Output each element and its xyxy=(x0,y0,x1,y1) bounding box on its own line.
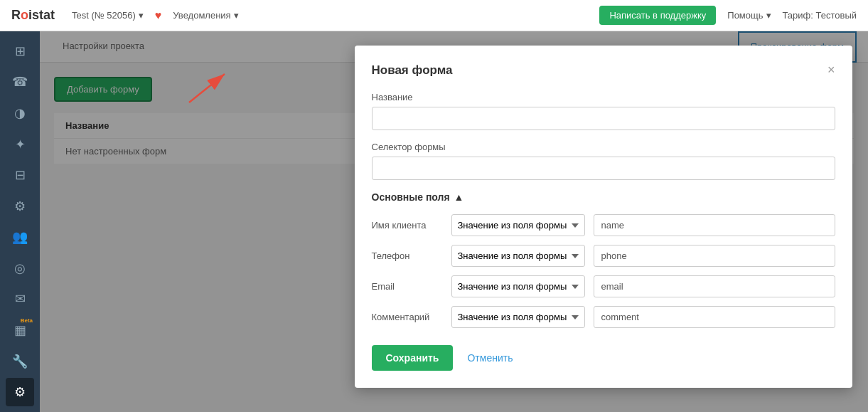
cancel-button[interactable]: Отменить xyxy=(464,345,515,371)
name-field-group: Название xyxy=(372,92,835,130)
section-collapse-icon: ▲ xyxy=(454,191,464,203)
project-dropdown-icon: ▾ xyxy=(139,10,144,21)
field-select-email[interactable]: Значение из поля формы xyxy=(451,275,585,297)
modal-title: Новая форма xyxy=(372,63,453,78)
target-icon[interactable]: ◎ xyxy=(6,254,34,282)
field-select-name[interactable]: Значение из поля формы xyxy=(451,214,585,236)
field-label-phone: Телефон xyxy=(372,250,443,261)
field-input-email[interactable] xyxy=(594,275,835,297)
help-menu[interactable]: Помощь ▾ xyxy=(727,10,771,21)
topnav: Roistat Test (№ 52056) ▾ ♥ Уведомления ▾… xyxy=(0,0,868,31)
tools-icon[interactable]: 🔧 xyxy=(6,347,34,376)
field-select-phone[interactable]: Значение из поля формы xyxy=(451,245,585,267)
selector-label: Селектор формы xyxy=(372,142,835,152)
project-selector[interactable]: Test (№ 52056) ▾ xyxy=(72,10,144,21)
beta-icon[interactable]: ▦ Beta xyxy=(6,316,34,344)
selector-input[interactable] xyxy=(372,157,835,180)
field-input-comment[interactable] xyxy=(594,306,835,328)
email-icon[interactable]: ✉ xyxy=(6,285,34,314)
fields-section-title[interactable]: Основные поля ▲ xyxy=(372,191,835,203)
support-button[interactable]: Написать в поддержку xyxy=(599,6,716,25)
field-label-email: Email xyxy=(372,281,443,292)
settings-icon[interactable]: ⚙ xyxy=(6,378,34,406)
save-button[interactable]: Сохранить xyxy=(372,345,454,371)
main-content: Настройки проекта Проксирование форм Доб… xyxy=(40,31,868,412)
notifications-menu[interactable]: Уведомления ▾ xyxy=(173,10,238,21)
field-row-comment: Комментарий Значение из поля формы xyxy=(372,306,835,328)
field-input-phone[interactable] xyxy=(594,245,835,267)
name-label: Название xyxy=(372,92,835,102)
logo: Roistat xyxy=(11,8,55,23)
field-label-comment: Комментарий xyxy=(372,312,443,322)
integration-icon[interactable]: ✦ xyxy=(6,130,34,159)
field-label-name: Имя клиента xyxy=(372,220,443,231)
field-select-comment[interactable]: Значение из поля формы xyxy=(451,306,585,328)
field-input-name[interactable] xyxy=(594,214,835,236)
field-row-email: Email Значение из поля формы xyxy=(372,275,835,297)
beta-label: Beta xyxy=(21,317,33,324)
palette-icon[interactable]: ◑ xyxy=(6,99,34,127)
connections-icon[interactable]: ⚙ xyxy=(6,192,34,221)
name-input[interactable] xyxy=(372,107,835,130)
notifications-dropdown-icon: ▾ xyxy=(234,10,239,21)
people-icon[interactable]: 👥 xyxy=(6,223,34,251)
modal-close-button[interactable]: × xyxy=(827,63,835,78)
modal-footer: Сохранить Отменить xyxy=(372,345,835,371)
new-form-modal: Новая форма × Название Селектор формы Ос… xyxy=(355,46,852,388)
fields-grid: Имя клиента Значение из поля формы Телеф… xyxy=(372,214,835,328)
phone-icon[interactable]: ☎ xyxy=(6,68,34,97)
modal-header: Новая форма × xyxy=(372,63,835,78)
tariff-label: Тариф: Тестовый xyxy=(783,10,857,21)
selector-field-group: Селектор формы xyxy=(372,142,835,180)
sidebar: ⊞ ☎ ◑ ✦ ⊟ ⚙ 👥 ◎ ✉ ▦ Beta 🔧 ⚙ xyxy=(0,31,40,412)
dashboard-icon[interactable]: ⊞ xyxy=(6,37,34,65)
heart-icon: ♥ xyxy=(155,9,162,22)
field-row-phone: Телефон Значение из поля формы xyxy=(372,245,835,267)
help-dropdown-icon: ▾ xyxy=(766,10,771,21)
field-row-name: Имя клиента Значение из поля формы xyxy=(372,214,835,236)
hierarchy-icon[interactable]: ⊟ xyxy=(6,161,34,189)
